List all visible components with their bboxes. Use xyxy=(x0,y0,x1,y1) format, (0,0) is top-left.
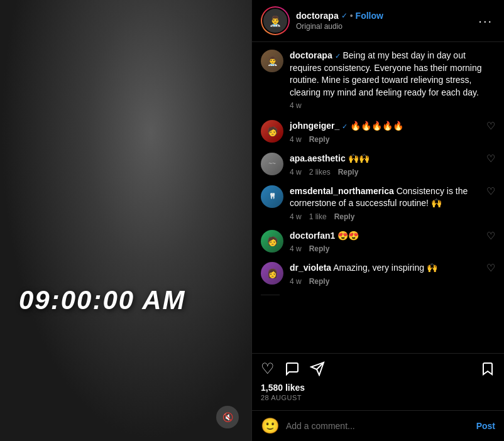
video-background xyxy=(0,0,251,441)
mute-button[interactable]: 🔇 xyxy=(216,406,239,428)
comment-likes-count-2: 1 like xyxy=(309,212,327,221)
comment-avatar-4[interactable]: 👩 xyxy=(261,262,283,285)
comment-username-4[interactable]: dr_violeta xyxy=(290,263,331,273)
comment-row-4: 👩 dr_violeta Amazing, very inspiring 🙌 4… xyxy=(261,262,495,286)
caption-time: 4 w xyxy=(290,101,302,110)
post-comment-button[interactable]: Post xyxy=(476,421,495,431)
comment-row-2: 🦷 emsdental_northamerica Consistency is … xyxy=(261,185,495,221)
like-comment-1[interactable]: ♡ xyxy=(486,153,495,165)
caption-block: 👨‍⚕️ doctorapa ✓ Being at my best day in… xyxy=(261,50,495,110)
comment-username-0[interactable]: johngeiger_ xyxy=(290,121,339,131)
like-comment-4[interactable]: ♡ xyxy=(486,262,495,274)
verified-0: ✓ xyxy=(342,122,348,130)
comment-meta-3: 4 w Reply xyxy=(290,244,480,253)
comment-content-3: doctorfan1 😍😍 4 w Reply xyxy=(290,230,480,254)
comment-row: 🧑 johngeiger_ ✓ 🔥🔥🔥🔥🔥 4 w Reply ♡ xyxy=(261,120,495,144)
comment-meta-4: 4 w Reply xyxy=(290,277,480,286)
comment-meta-0: 4 w Reply xyxy=(290,135,480,144)
follow-button[interactable]: Follow xyxy=(356,11,383,21)
reply-button-0[interactable]: Reply xyxy=(309,135,330,144)
verified-caption: ✓ xyxy=(335,52,341,60)
comment-text-0: johngeiger_ ✓ 🔥🔥🔥🔥🔥 xyxy=(290,120,480,133)
header-username[interactable]: doctorapa xyxy=(296,11,339,21)
caption-username[interactable]: doctorapa xyxy=(290,50,332,60)
comment-time-3: 4 w xyxy=(290,244,302,253)
comment-time-1: 4 w xyxy=(290,168,302,177)
header-info: doctorapa ✓ • Follow Original audio xyxy=(296,11,476,31)
comment-content-2: emsdental_northamerica Consistency is th… xyxy=(290,185,480,221)
like-comment-0[interactable]: ♡ xyxy=(486,120,495,132)
comment-body-0: 🔥🔥🔥🔥🔥 xyxy=(350,121,403,131)
verified-icon: ✓ xyxy=(341,11,348,20)
comment-time-4: 4 w xyxy=(290,277,302,286)
comment-button[interactable] xyxy=(285,361,300,376)
comment-input[interactable] xyxy=(286,421,470,431)
post-header: 👨‍⚕️ doctorapa ✓ • Follow Original audio… xyxy=(252,0,504,42)
save-icon xyxy=(480,361,495,376)
comment-row-1: ~~ apa.aesthetic 🙌🙌 4 w 2 likes Reply ♡ xyxy=(261,153,495,177)
comment-content-1: apa.aesthetic 🙌🙌 4 w 2 likes Reply xyxy=(290,153,480,177)
like-comment-3[interactable]: ♡ xyxy=(486,230,495,242)
comment-content-0: johngeiger_ ✓ 🔥🔥🔥🔥🔥 4 w Reply xyxy=(290,120,480,144)
comment-text-2: emsdental_northamerica Consistency is th… xyxy=(290,185,480,210)
emoji-button[interactable]: 🙂 xyxy=(261,417,280,435)
comment-row-3: 🧑 doctorfan1 😍😍 4 w Reply ♡ xyxy=(261,230,495,254)
comment-body-4: Amazing, very inspiring 🙌 xyxy=(333,263,437,273)
comments-divider xyxy=(261,295,280,295)
comment-username-1[interactable]: apa.aesthetic xyxy=(290,153,346,163)
comment-meta-2: 4 w 1 like Reply xyxy=(290,212,480,221)
username-row: doctorapa ✓ • Follow xyxy=(296,11,476,21)
avatar-ring[interactable]: 👨‍⚕️ xyxy=(261,6,290,35)
caption-avatar[interactable]: 👨‍⚕️ xyxy=(261,50,283,72)
like-comment-2[interactable]: ♡ xyxy=(486,185,495,197)
likes-count: 1,580 likes xyxy=(261,383,495,393)
comment-avatar-1[interactable]: ~~ xyxy=(261,153,283,175)
share-button[interactable] xyxy=(310,361,325,376)
caption-meta: 4 w xyxy=(290,101,495,110)
mute-icon: 🔇 xyxy=(222,412,233,422)
comment-time-0: 4 w xyxy=(290,135,302,144)
comment-username-3[interactable]: doctorfan1 xyxy=(290,231,335,241)
comment-text-3: doctorfan1 😍😍 xyxy=(290,230,480,242)
comment-icon xyxy=(285,361,300,376)
action-icons-row: ♡ xyxy=(261,360,495,378)
reply-button-2[interactable]: Reply xyxy=(334,212,355,221)
comments-area: 👨‍⚕️ doctorapa ✓ Being at my best day in… xyxy=(252,42,504,353)
share-icon xyxy=(310,361,325,376)
caption-content: doctorapa ✓ Being at my best day in day … xyxy=(290,50,495,110)
avatar: 👨‍⚕️ xyxy=(262,8,288,34)
comment-time-2: 4 w xyxy=(290,212,302,221)
like-button[interactable]: ♡ xyxy=(261,360,275,378)
video-timestamp: 09:00:00 AM xyxy=(19,285,186,315)
reply-button-4[interactable]: Reply xyxy=(309,277,330,286)
reply-button-3[interactable]: Reply xyxy=(309,244,330,253)
comment-avatar-3[interactable]: 🧑 xyxy=(261,230,283,253)
save-button[interactable] xyxy=(480,361,495,376)
like-icon: ♡ xyxy=(261,360,275,378)
audio-label[interactable]: Original audio xyxy=(296,22,476,31)
comment-text-1: apa.aesthetic 🙌🙌 xyxy=(290,153,480,165)
comment-body-1: 🙌🙌 xyxy=(348,153,370,163)
comment-text-4: dr_violeta Amazing, very inspiring 🙌 xyxy=(290,262,480,275)
post-date: 28 AUGUST xyxy=(261,394,495,401)
comment-likes-count-1: 2 likes xyxy=(309,168,331,177)
comment-input-bar: 🙂 Post xyxy=(252,410,504,441)
action-bar: ♡ 1,580 likes 28 AUGUST xyxy=(252,353,504,410)
comment-username-2[interactable]: emsdental_northamerica xyxy=(290,186,394,196)
emoji-icon: 🙂 xyxy=(261,417,280,434)
dot-separator: • xyxy=(350,11,353,21)
caption-text: doctorapa ✓ Being at my best day in day … xyxy=(290,50,495,99)
reply-button-1[interactable]: Reply xyxy=(338,168,359,177)
comment-body-3: 😍😍 xyxy=(337,231,359,241)
comment-avatar-0[interactable]: 🧑 xyxy=(261,120,283,143)
comments-panel: 👨‍⚕️ doctorapa ✓ • Follow Original audio… xyxy=(251,0,504,441)
comment-content-4: dr_violeta Amazing, very inspiring 🙌 4 w… xyxy=(290,262,480,286)
comment-avatar-2[interactable]: 🦷 xyxy=(261,185,283,208)
comment-meta-1: 4 w 2 likes Reply xyxy=(290,168,480,177)
video-panel: 09:00:00 AM 🔇 xyxy=(0,0,251,441)
more-options-button[interactable]: ··· xyxy=(476,11,495,31)
